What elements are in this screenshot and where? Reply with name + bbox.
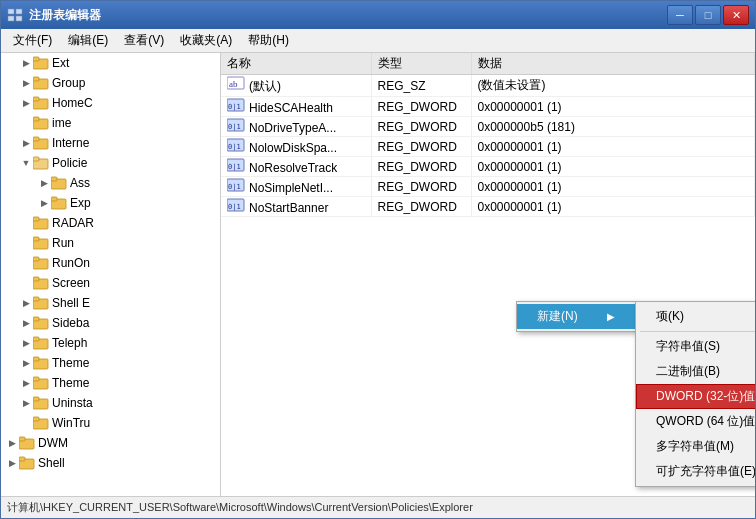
tree-item-teleph[interactable]: ▶ Teleph xyxy=(1,333,220,353)
tree-item-label: Exp xyxy=(70,196,91,210)
folder-icon xyxy=(33,56,49,70)
svg-rect-3 xyxy=(16,16,22,21)
svg-rect-31 xyxy=(33,317,39,321)
minimize-button[interactable]: ─ xyxy=(667,5,693,25)
ctx-item-key[interactable]: 项(K) xyxy=(636,304,755,329)
tree-item-label: Screen xyxy=(52,276,90,290)
svg-rect-23 xyxy=(33,237,39,241)
expander-shell-e: ▶ xyxy=(19,296,33,310)
menu-bar: 文件(F) 编辑(E) 查看(V) 收藏夹(A) 帮助(H) xyxy=(1,29,755,53)
menu-view[interactable]: 查看(V) xyxy=(116,29,172,52)
table-row[interactable]: 0|1 NoDriveTypeA...REG_DWORD0x000000b5 (… xyxy=(221,117,755,137)
maximize-button[interactable]: □ xyxy=(695,5,721,25)
ctx-item-string-label: 字符串值(S) xyxy=(656,338,720,355)
menu-file[interactable]: 文件(F) xyxy=(5,29,60,52)
tree-item-sideba[interactable]: ▶ Sideba xyxy=(1,313,220,333)
reg-data-cell: 0x00000001 (1) xyxy=(471,97,755,117)
folder-icon xyxy=(19,456,35,470)
tree-item-label: Ass xyxy=(70,176,90,190)
tree-item-group[interactable]: ▶ Group xyxy=(1,73,220,93)
folder-icon xyxy=(33,376,49,390)
reg-type-cell: REG_DWORD xyxy=(371,157,471,177)
ctx-item-expandstring[interactable]: 可扩充字符串值(E) xyxy=(636,459,755,484)
submenu-arrow: ▶ xyxy=(597,311,615,322)
tree-item-screen[interactable]: ▶ Screen xyxy=(1,273,220,293)
tree-item-ass[interactable]: ▶ Ass xyxy=(1,173,220,193)
reg-data-cell: (数值未设置) xyxy=(471,75,755,97)
menu-edit[interactable]: 编辑(E) xyxy=(60,29,116,52)
svg-rect-5 xyxy=(33,57,39,61)
ctx-item-expandstring-label: 可扩充字符串值(E) xyxy=(656,463,755,480)
tree-item-shell-e[interactable]: ▶ Shell E xyxy=(1,293,220,313)
folder-icon xyxy=(33,336,49,350)
tree-panel: ▶ Ext ▶ Group ▶ xyxy=(1,53,221,496)
expander-sideba: ▶ xyxy=(19,316,33,330)
tree-item-run[interactable]: ▶ Run xyxy=(1,233,220,253)
menu-favorites[interactable]: 收藏夹(A) xyxy=(172,29,240,52)
expander-theme2: ▶ xyxy=(19,376,33,390)
reg-type-cell: REG_SZ xyxy=(371,75,471,97)
ctx-new-item[interactable]: 新建(N) ▶ xyxy=(517,304,635,329)
col-data: 数据 xyxy=(471,53,755,75)
ctx-item-qword[interactable]: QWORD (64 位)值(Q) xyxy=(636,409,755,434)
tree-item-policie[interactable]: ▼ Policie xyxy=(1,153,220,173)
svg-rect-29 xyxy=(33,297,39,301)
table-row[interactable]: ab (默认)REG_SZ(数值未设置) xyxy=(221,75,755,97)
svg-rect-0 xyxy=(8,9,14,14)
tree-item-radar[interactable]: ▶ RADAR xyxy=(1,213,220,233)
svg-text:0|1: 0|1 xyxy=(228,163,241,171)
reg-name-cell: 0|1 NolowDiskSpa... xyxy=(221,137,371,157)
tree-item-label: Theme xyxy=(52,356,89,370)
tree-item-homec[interactable]: ▶ HomeC xyxy=(1,93,220,113)
ctx-item-binary[interactable]: 二进制值(B) xyxy=(636,359,755,384)
tree-item-theme2[interactable]: ▶ Theme xyxy=(1,373,220,393)
main-area: ▶ Ext ▶ Group ▶ xyxy=(1,53,755,496)
folder-icon xyxy=(33,156,49,170)
svg-text:ab: ab xyxy=(229,79,238,89)
table-row[interactable]: 0|1 NoStartBannerREG_DWORD0x00000001 (1) xyxy=(221,197,755,217)
title-bar-controls: ─ □ ✕ xyxy=(667,5,749,25)
tree-item-runon[interactable]: ▶ RunOn xyxy=(1,253,220,273)
folder-icon xyxy=(33,356,49,370)
tree-item-label: Run xyxy=(52,236,74,250)
folder-icon xyxy=(33,396,49,410)
reg-data-cell: 0x00000001 (1) xyxy=(471,197,755,217)
svg-rect-33 xyxy=(33,337,39,341)
reg-name-cell: 0|1 NoStartBanner xyxy=(221,197,371,217)
table-row[interactable]: 0|1 NoResolveTrackREG_DWORD0x00000001 (1… xyxy=(221,157,755,177)
content-panel: 名称 类型 数据 ab (默认)REG_SZ(数值未设置) 0|1 HideSC… xyxy=(221,53,755,496)
ctx-item-multistring-label: 多字符串值(M) xyxy=(656,438,734,455)
tree-item-uninsta[interactable]: ▶ Uninsta xyxy=(1,393,220,413)
tree-scroll[interactable]: ▶ Ext ▶ Group ▶ xyxy=(1,53,220,496)
col-type: 类型 xyxy=(371,53,471,75)
tree-item-ext[interactable]: ▶ Ext xyxy=(1,53,220,73)
expander-homec: ▶ xyxy=(19,96,33,110)
table-row[interactable]: 0|1 NoSimpleNetI...REG_DWORD0x00000001 (… xyxy=(221,177,755,197)
reg-data-cell: 0x00000001 (1) xyxy=(471,177,755,197)
app-icon xyxy=(7,7,23,23)
table-row[interactable]: 0|1 NolowDiskSpa...REG_DWORD0x00000001 (… xyxy=(221,137,755,157)
ctx-item-dword[interactable]: DWORD (32-位)值(D) xyxy=(636,384,755,409)
svg-text:0|1: 0|1 xyxy=(228,183,241,191)
svg-rect-21 xyxy=(33,217,39,221)
tree-item-shell[interactable]: ▶ Shell xyxy=(1,453,220,473)
tree-item-dwm[interactable]: ▶ DWM xyxy=(1,433,220,453)
table-row[interactable]: 0|1 HideSCAHealthREG_DWORD0x00000001 (1) xyxy=(221,97,755,117)
tree-item-label: Interne xyxy=(52,136,89,150)
tree-item-interne[interactable]: ▶ Interne xyxy=(1,133,220,153)
tree-item-theme1[interactable]: ▶ Theme xyxy=(1,353,220,373)
context-submenu: 项(K) 字符串值(S) 二进制值(B) DWORD (32-位)值(D) xyxy=(635,301,755,487)
tree-item-exp[interactable]: ▶ Exp xyxy=(1,193,220,213)
tree-item-ime[interactable]: ▶ ime xyxy=(1,113,220,133)
folder-icon xyxy=(33,316,49,330)
tree-item-wintru[interactable]: ▶ WinTru xyxy=(1,413,220,433)
reg-name-cell: ab (默认) xyxy=(221,75,371,97)
expander-ass: ▶ xyxy=(37,176,51,190)
menu-help[interactable]: 帮助(H) xyxy=(240,29,297,52)
close-button[interactable]: ✕ xyxy=(723,5,749,25)
expander-shell: ▶ xyxy=(5,456,19,470)
reg-name-cell: 0|1 NoResolveTrack xyxy=(221,157,371,177)
ctx-item-multistring[interactable]: 多字符串值(M) xyxy=(636,434,755,459)
ctx-item-string[interactable]: 字符串值(S) xyxy=(636,334,755,359)
svg-rect-9 xyxy=(33,97,39,101)
